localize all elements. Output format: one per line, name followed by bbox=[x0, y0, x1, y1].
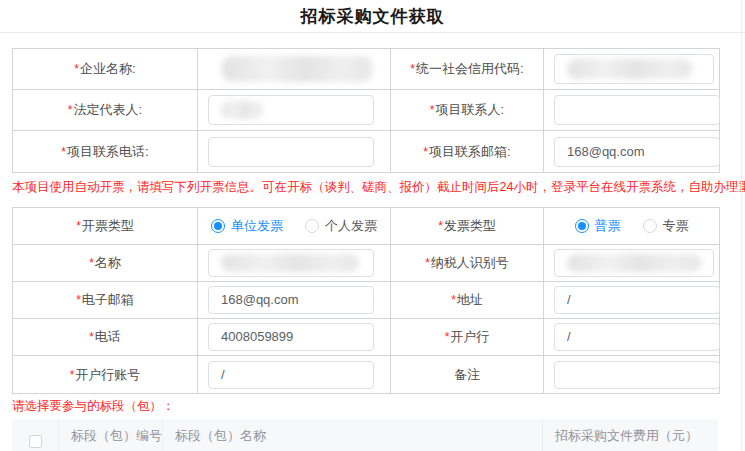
company-name-redacted-value bbox=[222, 56, 372, 82]
invoice-category-cell: 普票 专票 bbox=[544, 208, 719, 245]
invoice-type-cell: 单位发票 个人发票 bbox=[198, 208, 391, 245]
address-label: * 地址 bbox=[391, 282, 544, 319]
credit-code-label: * 统一社会信用代码: bbox=[391, 49, 544, 90]
company-name-label: * 企业名称: bbox=[13, 49, 198, 90]
radio-special-invoice[interactable]: 专票 bbox=[643, 217, 689, 235]
column-header-section-number: 标段（包）编号 bbox=[59, 419, 163, 451]
company-info-table: * 企业名称: * 统一社会信用代码: * 法定代表人: * 项目联系人: bbox=[12, 48, 720, 173]
radio-unselected-icon bbox=[643, 219, 657, 233]
required-mark: * bbox=[425, 256, 430, 270]
invoice-phone-input[interactable] bbox=[208, 323, 374, 351]
column-header-section-name: 标段（包）名称 bbox=[163, 419, 543, 451]
bank-label: * 开户行 bbox=[391, 319, 544, 356]
taxpayer-id-redacted-value bbox=[567, 254, 701, 272]
project-contact-value-cell bbox=[544, 90, 719, 131]
required-mark: * bbox=[61, 145, 66, 159]
remark-label: 备注 bbox=[391, 356, 544, 393]
invoice-type-radio-group: 单位发票 个人发票 bbox=[198, 217, 390, 235]
bank-account-value-cell bbox=[198, 356, 391, 393]
credit-code-input[interactable] bbox=[554, 54, 714, 84]
radio-selected-icon bbox=[211, 219, 225, 233]
legal-rep-label: * 法定代表人: bbox=[13, 90, 198, 131]
project-contact-input[interactable] bbox=[554, 95, 720, 125]
bid-document-acquisition-page: 招标采购文件获取 * 企业名称: * 统一社会信用代码: * 法定代表人: bbox=[0, 0, 745, 451]
taxpayer-id-input[interactable] bbox=[554, 249, 714, 277]
required-mark: * bbox=[451, 293, 456, 307]
remark-value-cell bbox=[544, 356, 719, 393]
required-mark: * bbox=[89, 330, 94, 344]
scrollbar-track[interactable] bbox=[741, 0, 742, 451]
contact-email-value-cell bbox=[544, 131, 719, 172]
required-mark: * bbox=[430, 103, 435, 117]
invoice-email-value-cell bbox=[198, 282, 391, 319]
page-title: 招标采购文件获取 bbox=[301, 5, 445, 28]
contact-phone-label: * 项目联系电话: bbox=[13, 131, 198, 172]
invoice-name-input[interactable] bbox=[208, 249, 374, 277]
legal-rep-redacted-value bbox=[221, 101, 263, 119]
required-mark: * bbox=[74, 62, 79, 76]
address-input[interactable] bbox=[554, 286, 720, 314]
contact-phone-value-cell bbox=[198, 131, 391, 172]
taxpayer-id-label: * 纳税人识别号 bbox=[391, 245, 544, 282]
bank-account-input[interactable] bbox=[208, 361, 374, 389]
credit-code-redacted-value bbox=[567, 59, 692, 79]
invoice-email-input[interactable] bbox=[208, 286, 374, 314]
legal-rep-input[interactable] bbox=[208, 95, 374, 125]
required-mark: * bbox=[76, 293, 81, 307]
bid-section-table-header: 标段（包）编号 标段（包）名称 招标采购文件费用（元） bbox=[12, 419, 718, 451]
bank-value-cell bbox=[544, 319, 719, 356]
invoice-info-table: * 开票类型 单位发票 个人发票 * 发票类型 bbox=[12, 207, 720, 394]
radio-selected-icon bbox=[575, 219, 589, 233]
invoice-email-label: * 电子邮箱 bbox=[13, 282, 198, 319]
invoice-phone-label: * 电话 bbox=[13, 319, 198, 356]
project-contact-label: * 项目联系人: bbox=[391, 90, 544, 131]
auto-invoice-notice: 本项目使用自动开票，请填写下列开票信息。可在开标（谈判、磋商、报价）截止时间后2… bbox=[12, 179, 722, 196]
required-mark: * bbox=[89, 256, 94, 270]
contact-email-label: * 项目联系邮箱: bbox=[391, 131, 544, 172]
required-mark: * bbox=[68, 103, 73, 117]
radio-general-invoice[interactable]: 普票 bbox=[575, 217, 621, 235]
bank-input[interactable] bbox=[554, 323, 720, 351]
invoice-category-label: * 发票类型 bbox=[391, 208, 544, 245]
contact-email-input[interactable] bbox=[554, 137, 720, 167]
required-mark: * bbox=[76, 219, 81, 233]
invoice-name-value-cell bbox=[198, 245, 391, 282]
taxpayer-id-value-cell bbox=[544, 245, 719, 282]
radio-unselected-icon bbox=[305, 219, 319, 233]
section-select-prompt: 请选择要参与的标段（包）： bbox=[12, 398, 175, 415]
radio-personal-invoice[interactable]: 个人发票 bbox=[305, 217, 377, 235]
invoice-name-redacted-value bbox=[221, 254, 359, 272]
required-mark: * bbox=[438, 219, 443, 233]
select-all-checkbox[interactable] bbox=[29, 435, 42, 448]
invoice-phone-value-cell bbox=[198, 319, 391, 356]
bank-account-label: * 开户行账号 bbox=[13, 356, 198, 393]
required-mark: * bbox=[423, 145, 428, 159]
invoice-category-radio-group: 普票 专票 bbox=[544, 217, 719, 235]
required-mark: * bbox=[410, 62, 415, 76]
radio-unit-invoice[interactable]: 单位发票 bbox=[211, 217, 283, 235]
column-header-document-fee: 招标采购文件费用（元） bbox=[543, 419, 718, 451]
select-all-cell bbox=[12, 419, 59, 451]
required-mark: * bbox=[445, 330, 450, 344]
company-name-value-cell bbox=[198, 49, 391, 90]
contact-phone-input[interactable] bbox=[208, 137, 374, 167]
invoice-name-label: * 名称 bbox=[13, 245, 198, 282]
invoice-type-label: * 开票类型 bbox=[13, 208, 198, 245]
remark-input[interactable] bbox=[554, 361, 720, 389]
address-value-cell bbox=[544, 282, 719, 319]
required-mark: * bbox=[70, 368, 75, 382]
legal-rep-value-cell bbox=[198, 90, 391, 131]
title-bar: 招标采购文件获取 bbox=[0, 0, 745, 33]
credit-code-value-cell bbox=[544, 49, 719, 90]
